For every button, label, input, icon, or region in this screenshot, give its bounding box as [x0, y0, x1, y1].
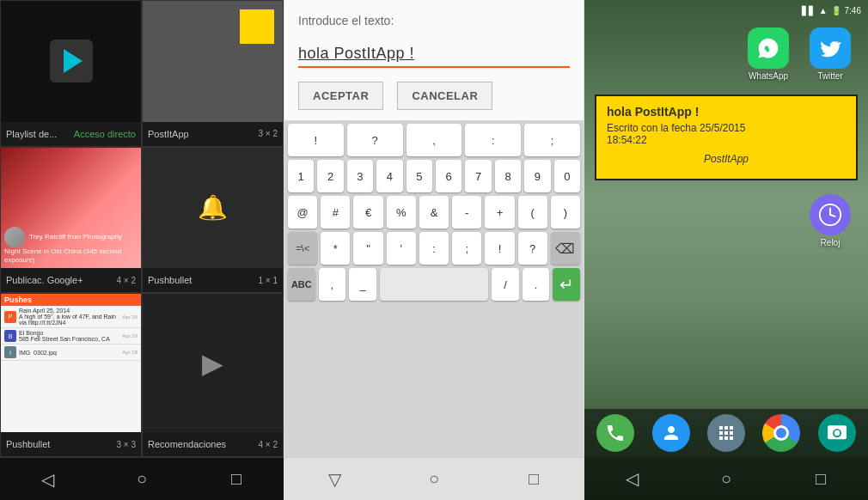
- dock-contacts-icon[interactable]: [652, 414, 690, 452]
- kb-delete[interactable]: ⌫: [551, 232, 580, 265]
- twitter-app-icon[interactable]: Twitter: [803, 27, 858, 81]
- keyboard-row-symbols: ! ? , : ;: [288, 124, 580, 156]
- kb-question[interactable]: ?: [347, 124, 403, 156]
- postit-note-footer: PostItApp: [607, 153, 846, 165]
- kb-semicolon[interactable]: ;: [524, 124, 580, 156]
- postit-widget-cell[interactable]: PostItApp 3 × 2: [142, 0, 284, 147]
- pushbullet-small-size: 1 × 1: [258, 276, 278, 285]
- accept-button[interactable]: ACEPTAR: [298, 82, 383, 110]
- dialog-recent-button[interactable]: □: [517, 462, 551, 497]
- pushbullet-small-label-row: Pushbullet 1 × 1: [143, 268, 283, 292]
- pb-item-2: B El Bongo 585 Fell Street San Francisco…: [1, 328, 141, 345]
- pb-item-3-text: IMG_0302.jpg: [19, 350, 119, 356]
- googleplus-widget-cell[interactable]: Trey Ratcliff from Photography Night Sce…: [0, 147, 142, 294]
- kb-enter[interactable]: ↵: [553, 268, 580, 301]
- postit-sticky-note: hola PostItApp ! Escrito con la fecha 25…: [595, 95, 858, 180]
- gplus-user: Trey Ratcliff from Photography: [29, 233, 122, 241]
- wifi-icon: ▲: [819, 6, 828, 15]
- kb-exclaim2[interactable]: !: [485, 232, 514, 265]
- home-spacer: [584, 254, 868, 409]
- kb-lparen[interactable]: (: [518, 196, 547, 229]
- home-recent-button[interactable]: □: [804, 461, 838, 496]
- dock-camera-icon[interactable]: [818, 414, 856, 452]
- kb-4[interactable]: 4: [376, 160, 402, 192]
- dialog-home-button[interactable]: ○: [417, 462, 451, 497]
- home-dock: [584, 409, 868, 457]
- kb-6[interactable]: 6: [436, 160, 462, 192]
- kb-exclaim[interactable]: !: [288, 124, 344, 156]
- dialog-input-area[interactable]: [284, 34, 584, 71]
- kb-9[interactable]: 9: [524, 160, 550, 192]
- panel1-bottom-nav: ◁ ○ □: [0, 457, 284, 500]
- kb-question2[interactable]: ?: [518, 232, 547, 265]
- kb-8[interactable]: 8: [495, 160, 521, 192]
- text-input-dialog: Introduce el texto: ACEPTAR CANCELAR ! ?…: [284, 0, 584, 500]
- keyboard-row-special: @ # € % & - + ( ): [288, 196, 580, 229]
- pushbullet-list-name: Pushbullet: [6, 439, 50, 449]
- home-bottom-nav: ◁ ○ □: [584, 457, 868, 500]
- kb-comma2[interactable]: ,: [319, 268, 346, 301]
- postit-preview-inner: [143, 1, 283, 122]
- kb-euro[interactable]: €: [353, 196, 382, 229]
- dock-apps-icon[interactable]: [707, 414, 745, 452]
- dialog-text-field[interactable]: [298, 41, 570, 68]
- whatsapp-app-icon[interactable]: WhatsApp: [741, 27, 796, 81]
- keyboard-row-bottom: ABC , _ / . ↵: [288, 268, 580, 301]
- kb-asterisk[interactable]: *: [321, 232, 350, 265]
- home-home-button[interactable]: ○: [709, 461, 743, 496]
- kb-colon[interactable]: :: [465, 124, 521, 156]
- kb-plus[interactable]: +: [485, 196, 514, 229]
- kb-1[interactable]: 1: [288, 160, 314, 192]
- kb-dash[interactable]: -: [452, 196, 481, 229]
- pb-item-2-title: El Bongo: [19, 330, 119, 336]
- dock-phone-icon[interactable]: [596, 414, 634, 452]
- kb-slash[interactable]: /: [492, 268, 519, 301]
- playlist-preview-inner: [1, 1, 141, 122]
- playlist-widget-cell[interactable]: Playlist de... Acceso directo: [0, 0, 142, 147]
- clock-app-icon[interactable]: Reloj: [803, 194, 858, 247]
- kb-squote[interactable]: ': [387, 232, 416, 265]
- kb-5[interactable]: 5: [406, 160, 432, 192]
- widget-picker-panel: Playlist de... Acceso directo PostItApp …: [0, 0, 284, 500]
- kb-space[interactable]: [380, 268, 488, 301]
- kb-semi2[interactable]: ;: [452, 232, 481, 265]
- kb-at[interactable]: @: [288, 196, 317, 229]
- gplus-avatar: [4, 227, 25, 247]
- kb-rparen[interactable]: ): [551, 196, 580, 229]
- cancel-button[interactable]: CANCELAR: [397, 82, 492, 110]
- svg-line-2: [830, 215, 835, 216]
- pushbullet-small-cell[interactable]: 🔔 Pushbullet 1 × 1: [142, 147, 284, 294]
- kb-comma[interactable]: ,: [406, 124, 462, 156]
- recomendaciones-cell[interactable]: ▶ Recomendaciones 4 × 2: [142, 293, 284, 457]
- recent-button[interactable]: □: [219, 462, 254, 497]
- dialog-buttons: ACEPTAR CANCELAR: [284, 71, 584, 120]
- kb-hash[interactable]: #: [321, 196, 350, 229]
- home-button[interactable]: ○: [125, 462, 159, 497]
- back-button[interactable]: ◁: [30, 462, 64, 497]
- kb-dquote[interactable]: ": [353, 232, 382, 265]
- time-display: 7:46: [845, 6, 861, 15]
- dock-chrome-icon[interactable]: [762, 414, 800, 452]
- kb-percent[interactable]: %: [387, 196, 416, 229]
- kb-ampersand[interactable]: &: [419, 196, 449, 229]
- kb-3[interactable]: 3: [347, 160, 373, 192]
- keyboard: ! ? , : ; 1 2 3 4 5 6 7 8 9 0 @ # € % & …: [284, 120, 584, 457]
- kb-equals[interactable]: =\<: [288, 232, 317, 265]
- battery-icon: 🔋: [831, 6, 841, 15]
- pb-item-2-sub: 585 Fell Street San Francisco, CA: [19, 336, 119, 342]
- dialog-back-button[interactable]: ▽: [317, 462, 351, 497]
- kb-0[interactable]: 0: [554, 160, 580, 192]
- kb-underscore[interactable]: _: [349, 268, 376, 301]
- postit-widget-name: PostItApp: [148, 129, 189, 139]
- pb-item-1-sub: A high of 59°, a low of 47F, and Rain vi…: [19, 314, 119, 326]
- kb-period[interactable]: .: [523, 268, 550, 301]
- kb-7[interactable]: 7: [465, 160, 491, 192]
- pushbullet-list-size: 3 × 3: [116, 440, 136, 449]
- pb-item-3: I IMG_0302.jpg Apr 18: [1, 345, 141, 361]
- store-icon: ▶: [202, 347, 223, 380]
- kb-2[interactable]: 2: [317, 160, 343, 192]
- kb-abc[interactable]: ABC: [288, 268, 315, 301]
- pushbullet-list-cell[interactable]: Pushes P Rain April 25, 2014 A high of 5…: [0, 293, 142, 457]
- kb-colon2[interactable]: :: [419, 232, 449, 265]
- home-back-button[interactable]: ◁: [614, 461, 649, 496]
